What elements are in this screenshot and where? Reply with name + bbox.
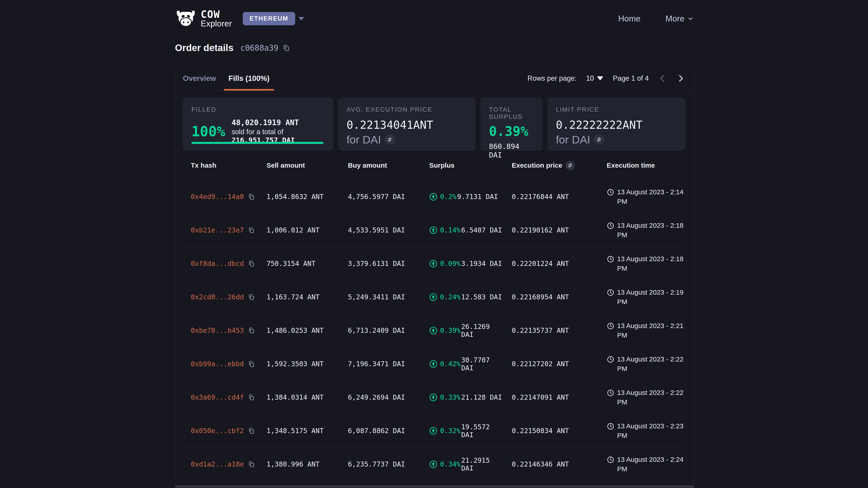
tx-hash-cell: 0x2cd0...26dd <box>183 293 258 301</box>
table-row: 0xd1a2...a18e 1,380.996 ANT 6,235.7737 D… <box>183 448 686 481</box>
copy-order-id-icon[interactable] <box>283 44 290 52</box>
copy-tx-hash-icon[interactable] <box>248 361 255 367</box>
surplus-cell: 0.33% 21.128 DAI <box>421 393 504 401</box>
table-row: 0x3a69...cd4f 1,384.0314 ANT 6,249.2694 … <box>183 381 686 414</box>
swap-arrows-icon <box>386 136 393 143</box>
sell-amount-value: 1,163.724 ANT <box>258 293 340 301</box>
surplus-percent: 0.39% <box>440 326 460 334</box>
surplus-percent: 0.09% <box>440 260 460 267</box>
surplus-up-arrow-icon <box>429 326 437 335</box>
invert-execution-price-button[interactable] <box>565 161 575 170</box>
sell-amount-value: 1,348.5175 ANT <box>258 427 340 435</box>
surplus-amount: 12.583 DAI <box>461 293 502 301</box>
table-row: 0xf8da...dbcd 750.3154 ANT 3,379.6131 DA… <box>183 247 686 281</box>
summary-cards: FILLED 100% 48,020.1919 ANT sold for a t… <box>183 97 686 151</box>
copy-tx-hash-icon[interactable] <box>248 394 255 401</box>
surplus-cell: 0.39% 26.1269 DAI <box>421 323 504 338</box>
execution-time-cell: 13 August 2023 - 2:22 PM <box>599 355 686 373</box>
surplus-amount: 9.7131 DAI <box>457 193 498 201</box>
tx-hash-link[interactable]: 0xf8da...dbcd <box>191 260 244 267</box>
surplus-percent: 0.33% <box>440 393 460 401</box>
surplus-up-arrow-icon <box>429 360 437 368</box>
execution-time-value: 13 August 2023 - 2:23 PM <box>617 421 686 440</box>
tx-hash-link[interactable]: 0x3a69...cd4f <box>191 393 244 401</box>
copy-tx-hash-icon[interactable] <box>248 461 255 468</box>
rows-per-page-select[interactable]: 10 <box>586 74 603 83</box>
chevron-down-icon <box>687 15 694 22</box>
execution-time-cell: 13 August 2023 - 2:22 PM <box>599 388 686 407</box>
tx-hash-link[interactable]: 0x2cd0...26dd <box>191 293 244 301</box>
order-panel: Overview Fills (100%) Rows per page: 10 … <box>175 66 694 488</box>
copy-tx-hash-icon[interactable] <box>248 260 255 267</box>
avg-execution-price-unit: for DAI <box>346 133 381 146</box>
tx-hash-cell: 0xbe78...b453 <box>183 326 258 334</box>
network-badge[interactable]: ETHEREUM <box>243 12 295 25</box>
execution-price-value: 0.22168954 ANT <box>504 293 599 301</box>
chevron-right-icon <box>676 74 685 83</box>
execution-price-value: 0.22135737 ANT <box>504 326 599 334</box>
nav-item-more[interactable]: More <box>665 14 694 24</box>
surplus-amount: 3.1934 DAI <box>461 260 502 267</box>
copy-tx-hash-icon[interactable] <box>248 327 255 334</box>
surplus-cell: 0.34% 21.2915 DAI <box>421 456 504 472</box>
tab-overview[interactable]: Overview <box>178 66 221 90</box>
col-header-execution-price: Execution price <box>504 161 599 170</box>
clock-icon <box>607 188 614 196</box>
sell-amount-value: 750.3154 ANT <box>258 260 340 267</box>
surplus-up-arrow-icon <box>429 293 437 301</box>
buy-amount-value: 6,713.2409 DAI <box>340 326 421 334</box>
copy-tx-hash-icon[interactable] <box>248 227 255 234</box>
tx-hash-link[interactable]: 0xbe78...b453 <box>191 326 244 334</box>
execution-price-value: 0.22147091 ANT <box>504 393 599 401</box>
surplus-amount: 26.1269 DAI <box>461 323 504 338</box>
pagination-controls: Rows per page: 10 Page 1 of 4 <box>528 74 685 83</box>
col-header-sell-amount: Sell amount <box>258 162 340 169</box>
invert-price-button[interactable] <box>384 134 395 145</box>
cow-explorer-logo[interactable]: COW Explorer <box>175 9 232 28</box>
surplus-percent: 0.24% <box>440 293 460 301</box>
tx-hash-link[interactable]: 0x4ed9...14a0 <box>191 193 244 201</box>
tx-hash-link[interactable]: 0x050e...cbf2 <box>191 427 244 435</box>
execution-price-value: 0.22201224 ANT <box>504 260 599 267</box>
network-selector[interactable]: ETHEREUM <box>243 12 304 25</box>
tx-hash-link[interactable]: 0xb21e...23e7 <box>191 226 244 234</box>
filled-label: FILLED <box>191 106 324 113</box>
page-indicator: Page 1 of 4 <box>613 74 649 83</box>
tx-hash-link[interactable]: 0xb99a...ebbd <box>191 360 244 368</box>
next-page-button[interactable] <box>676 74 685 83</box>
table-row: 0xb21e...23e7 1,006.012 ANT 4,533.5951 D… <box>183 214 686 247</box>
surplus-percent: 0.34% <box>440 460 460 468</box>
execution-price-value: 0.22127202 ANT <box>504 360 599 368</box>
copy-tx-hash-icon[interactable] <box>248 427 255 434</box>
invert-limit-price-button[interactable] <box>594 134 604 145</box>
surplus-amount: 21.2915 DAI <box>461 456 504 472</box>
surplus-percent: 0.42% <box>440 360 460 368</box>
execution-time-cell: 13 August 2023 - 2:24 PM <box>599 455 686 474</box>
tx-hash-link[interactable]: 0xd1a2...a18e <box>191 460 244 468</box>
clock-icon <box>607 255 614 263</box>
tab-fills[interactable]: Fills (100%) <box>224 66 274 90</box>
surplus-percent: 0.2% <box>440 193 456 201</box>
table-row: 0xb99a...ebbd 1,592.3503 ANT 7,196.3471 … <box>183 347 686 381</box>
prev-page-button[interactable] <box>658 74 667 83</box>
copy-tx-hash-icon[interactable] <box>248 294 255 300</box>
avg-execution-price-value: 0.22134041ANT <box>346 119 467 131</box>
clock-icon <box>607 289 614 296</box>
nav-item-home[interactable]: Home <box>618 14 641 24</box>
buy-amount-value: 6,087.8862 DAI <box>340 427 421 435</box>
rows-per-page-value: 10 <box>586 74 594 83</box>
buy-amount-value: 3,379.6131 DAI <box>340 260 421 267</box>
execution-time-value: 13 August 2023 - 2:22 PM <box>617 388 686 407</box>
execution-time-cell: 13 August 2023 - 2:23 PM <box>599 421 686 440</box>
clock-icon <box>607 389 614 397</box>
copy-tx-hash-icon[interactable] <box>248 193 255 200</box>
execution-price-value: 0.22176844 ANT <box>504 193 599 201</box>
col-header-execution-time: Execution time <box>599 162 686 169</box>
execution-time-cell: 13 August 2023 - 2:21 PM <box>599 321 686 340</box>
horizontal-scrollbar[interactable] <box>175 486 694 488</box>
avg-execution-price-card: AVG. EXECUTION PRICE 0.22134041ANT for D… <box>338 97 475 151</box>
clock-icon <box>607 322 614 330</box>
rows-per-page-label: Rows per page: <box>528 74 577 83</box>
tx-hash-cell: 0xf8da...dbcd <box>183 260 258 267</box>
network-caret-down-icon <box>298 17 304 21</box>
